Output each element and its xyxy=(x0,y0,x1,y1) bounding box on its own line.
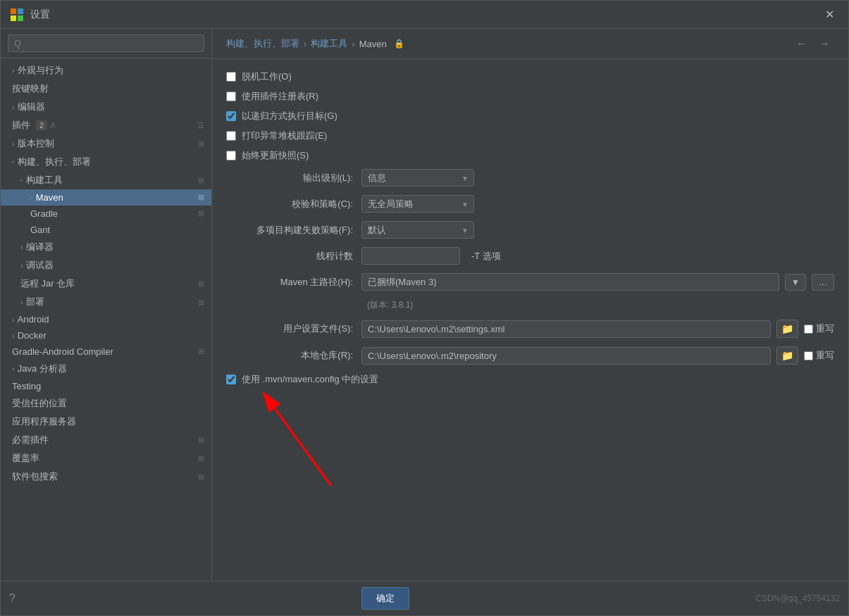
search-box xyxy=(1,29,211,58)
recursive-checkbox[interactable] xyxy=(226,111,236,121)
sidebar-item-testing[interactable]: Testing xyxy=(1,378,211,394)
sidebar-item-debugger[interactable]: › 调试器 xyxy=(1,256,211,275)
output-level-dropdown[interactable]: 信息 调试 警告 错误 xyxy=(361,169,474,187)
print-stack-checkbox[interactable] xyxy=(226,131,236,141)
sidebar-item-label: 插件 xyxy=(12,119,30,132)
watermark-label: CSDN@qq_45754132 xyxy=(755,593,840,603)
sidebar-item-pkg-search[interactable]: 软件包搜索 ⊞ xyxy=(1,467,211,486)
fail-policy-dropdown[interactable]: 默认 快速失败 继续 xyxy=(361,221,474,239)
mvn-config-checkbox[interactable] xyxy=(226,375,236,384)
plugin-registry-label: 使用插件注册表(R) xyxy=(242,90,318,103)
lock-icon: 🔒 xyxy=(394,39,404,49)
maven-home-dropdown-button[interactable]: ▼ xyxy=(785,274,806,291)
t-option-label: -T 选项 xyxy=(471,250,501,263)
sidebar-item-label: 按键映射 xyxy=(12,82,49,95)
fail-policy-dropdown-wrap: 默认 快速失败 继续 xyxy=(361,221,474,239)
sidebar-item-plugins[interactable]: 插件 2 A ☰ xyxy=(1,116,211,134)
thread-count-input[interactable] xyxy=(361,247,460,265)
close-button[interactable]: ✕ xyxy=(819,5,840,24)
sidebar-item-java-analyzer[interactable]: › Java 分析器 xyxy=(1,360,211,378)
content-area: 构建、执行、部署 › 构建工具 › Maven 🔒 ← → 脱机工作(O) xyxy=(212,29,848,581)
sidebar-item-deploy[interactable]: › 部署 ⊞ xyxy=(1,293,211,311)
user-settings-label: 用户设置文件(S): xyxy=(226,322,353,335)
sidebar-item-keymap[interactable]: 按键映射 xyxy=(1,80,211,98)
sidebar-item-required-plugins[interactable]: 必需插件 ⊞ xyxy=(1,431,211,449)
sidebar-item-label: Android xyxy=(18,314,49,325)
local-repo-input[interactable] xyxy=(361,347,771,365)
breadcrumb-maven: Maven xyxy=(359,39,387,49)
local-repo-browse-button[interactable]: 📁 xyxy=(776,346,798,365)
sidebar-item-remote-jar[interactable]: 远程 Jar 仓库 ⊞ xyxy=(1,275,211,293)
expand-icon: › xyxy=(12,66,15,75)
local-repo-overwrite-checkbox[interactable] xyxy=(804,351,813,360)
sidebar-item-docker[interactable]: › Docker xyxy=(1,327,211,344)
sidebar-item-label: Testing xyxy=(12,381,41,391)
sidebar-item-label: 调试器 xyxy=(26,259,54,272)
checksum-policy-dropdown[interactable]: 无全局策略 宽松 严格 xyxy=(361,195,474,213)
user-settings-overwrite-checkbox[interactable] xyxy=(804,325,813,334)
expand-icon: › xyxy=(27,196,36,199)
sidebar-tree: › 外观与行为 按键映射 › 编辑器 插件 2 A ☰ xyxy=(1,58,211,581)
sidebar-item-build-exec[interactable]: › 构建、执行、部署 xyxy=(1,153,211,171)
settings-small-icon: ⊞ xyxy=(198,279,204,289)
recursive-checkbox-row: 以递归方式执行目标(G) xyxy=(226,110,834,122)
sidebar-item-gradle[interactable]: Gradle ⊞ xyxy=(1,206,211,222)
sidebar-item-label: Java 分析器 xyxy=(18,363,67,375)
footer-buttons: 确定 xyxy=(361,587,409,610)
output-level-control: 信息 调试 警告 错误 xyxy=(361,169,834,187)
thread-count-control: -T 选项 xyxy=(361,247,834,265)
sidebar-item-gant[interactable]: Gant xyxy=(1,222,211,238)
nav-forward-button[interactable]: → xyxy=(814,36,834,51)
maven-home-input[interactable] xyxy=(361,273,779,291)
sidebar-item-vcs[interactable]: › 版本控制 ⊞ xyxy=(1,134,211,153)
plugin-registry-checkbox[interactable] xyxy=(226,92,236,101)
sidebar-item-label: Gradle-Android Compiler xyxy=(12,346,113,357)
sidebar-item-trusted[interactable]: 受信任的位置 xyxy=(1,394,211,413)
user-settings-browse-button[interactable]: 📁 xyxy=(776,320,798,338)
expand-icon: › xyxy=(12,139,15,148)
output-level-label: 输出级别(L): xyxy=(226,172,353,184)
sidebar-item-maven[interactable]: › Maven ⊞ xyxy=(1,189,211,206)
sidebar-item-label: Docker xyxy=(18,330,47,341)
sidebar-item-appearance[interactable]: › 外观与行为 xyxy=(1,61,211,80)
sidebar-item-gradle-android[interactable]: Gradle-Android Compiler ⊞ xyxy=(1,344,211,360)
maven-home-browse-button[interactable]: … xyxy=(812,274,834,291)
fail-policy-row: 多项目构建失败策略(F): 默认 快速失败 继续 xyxy=(226,221,834,239)
translate-icon: A xyxy=(50,121,55,130)
sidebar-item-coverage[interactable]: 覆盖率 ⊞ xyxy=(1,449,211,467)
window-title: 设置 xyxy=(30,8,50,21)
user-settings-control: 📁 重写 xyxy=(361,320,834,338)
settings-small-icon: ⊞ xyxy=(198,209,204,218)
sidebar-item-label: 编译器 xyxy=(26,241,54,253)
always-update-checkbox[interactable] xyxy=(226,151,236,161)
mvn-config-row: 使用 .mvn/maven.config 中的设置 xyxy=(226,373,834,386)
user-settings-input[interactable] xyxy=(361,320,771,338)
sidebar-item-app-server[interactable]: 应用程序服务器 xyxy=(1,413,211,431)
sidebar-item-compiler[interactable]: › 编译器 xyxy=(1,238,211,256)
sidebar-item-editor[interactable]: › 编辑器 xyxy=(1,98,211,116)
breadcrumb-tools[interactable]: 构建工具 xyxy=(311,37,347,50)
sidebar-item-label: 必需插件 xyxy=(12,434,49,446)
user-settings-overwrite-label: 重写 xyxy=(804,322,834,335)
sidebar-item-label: 软件包搜索 xyxy=(12,470,58,483)
thread-count-row: 线程计数 -T 选项 xyxy=(226,247,834,265)
sidebar-item-build-tools[interactable]: › 构建工具 ⊞ xyxy=(1,171,211,189)
expand-icon: › xyxy=(9,161,18,163)
offline-checkbox[interactable] xyxy=(226,72,236,82)
help-button[interactable]: ? xyxy=(9,592,16,605)
settings-small-icon: ⊞ xyxy=(198,176,204,185)
overwrite-text2: 重写 xyxy=(816,349,834,362)
expand-icon: › xyxy=(20,261,23,270)
sidebar-item-label: 受信任的位置 xyxy=(12,397,67,410)
sidebar-item-label: 覆盖率 xyxy=(12,452,39,465)
breadcrumb-build[interactable]: 构建、执行、部署 xyxy=(226,37,299,50)
expand-icon: › xyxy=(20,298,23,306)
maven-home-control: ▼ … xyxy=(361,273,834,291)
search-input[interactable] xyxy=(8,34,204,52)
settings-small-icon: ⊞ xyxy=(198,193,204,202)
always-update-checkbox-row: 始终更新快照(S) xyxy=(226,149,834,162)
confirm-button[interactable]: 确定 xyxy=(361,587,409,610)
nav-back-button[interactable]: ← xyxy=(792,36,812,51)
offline-checkbox-row: 脱机工作(O) xyxy=(226,70,834,83)
sidebar-item-android[interactable]: › Android xyxy=(1,311,211,327)
